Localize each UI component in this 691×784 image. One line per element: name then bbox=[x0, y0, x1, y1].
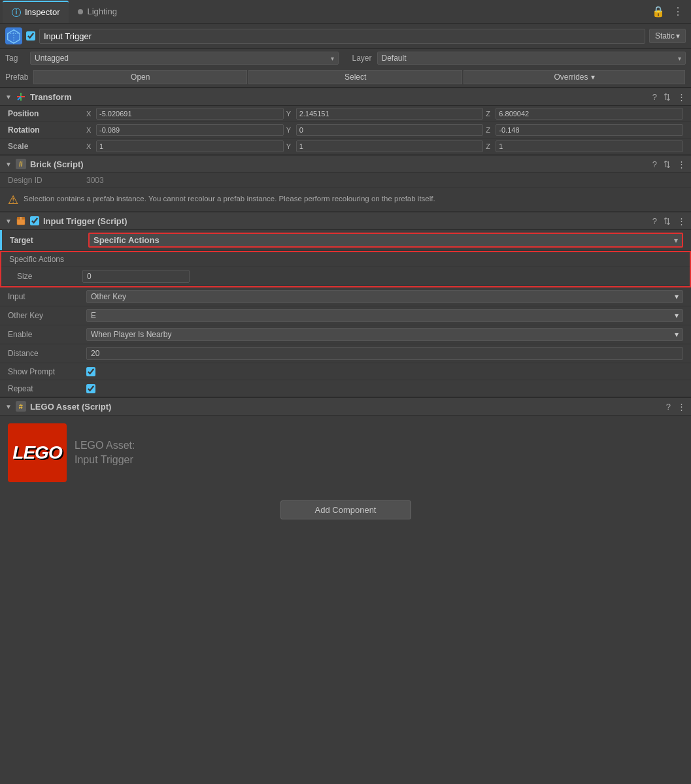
target-row: Target Specific Actions ▾ bbox=[0, 230, 691, 251]
scale-z-input[interactable] bbox=[496, 140, 683, 152]
rotation-y-label: Y bbox=[286, 126, 294, 134]
input-trigger-section-header[interactable]: ▼ Input Trigger (Script) ? ⇅ ⋮ bbox=[0, 212, 691, 230]
transform-properties: Position X Y Z Rotation bbox=[0, 106, 691, 155]
rotation-y-input[interactable] bbox=[296, 124, 484, 136]
position-y-label: Y bbox=[286, 110, 294, 118]
scale-label: Scale bbox=[8, 142, 86, 151]
layer-arrow-icon: ▾ bbox=[678, 55, 681, 62]
lego-asset-section-header[interactable]: ▼ # LEGO Asset (Script) ? ⋮ bbox=[0, 397, 691, 416]
prefab-label: Prefab bbox=[5, 73, 28, 82]
show-prompt-label: Show Prompt bbox=[8, 367, 86, 376]
lego-asset-more-icon[interactable]: ⋮ bbox=[677, 402, 686, 412]
scale-xyz-group: X Y Z bbox=[86, 140, 683, 152]
repeat-checkbox[interactable] bbox=[86, 384, 95, 393]
input-trigger-properties: Target Specific Actions ▾ Specific Actio… bbox=[0, 230, 691, 397]
scale-y-field: Y bbox=[286, 140, 484, 152]
layer-value: Default bbox=[382, 54, 407, 63]
lego-script-icon: # bbox=[16, 401, 26, 412]
specific-actions-dropdown[interactable]: Specific Actions ▾ bbox=[88, 233, 683, 248]
rotation-label: Rotation bbox=[8, 125, 86, 135]
target-label: Target bbox=[10, 236, 88, 245]
transform-help-icon[interactable]: ? bbox=[652, 92, 657, 102]
position-xyz-group: X Y Z bbox=[86, 108, 683, 120]
brick-script-collapse-icon: ▼ bbox=[5, 161, 12, 168]
enable-row: Enable When Player Is Nearby ▾ bbox=[0, 325, 691, 344]
position-z-input[interactable] bbox=[496, 108, 683, 120]
scale-y-input[interactable] bbox=[296, 140, 484, 152]
input-trigger-help-icon[interactable]: ? bbox=[652, 216, 657, 226]
distance-input[interactable] bbox=[86, 347, 683, 360]
design-id-row: Design ID 3003 bbox=[0, 173, 691, 188]
scale-x-input[interactable] bbox=[96, 140, 284, 152]
more-icon[interactable]: ⋮ bbox=[673, 5, 683, 18]
other-key-arrow-icon: ▾ bbox=[675, 311, 679, 320]
tag-dropdown[interactable]: Untagged ▾ bbox=[30, 52, 339, 65]
rotation-x-field: X bbox=[86, 124, 284, 136]
lego-logo-box: LEGO bbox=[8, 423, 67, 482]
brick-script-properties: Design ID 3003 ⚠ Selection contains a pr… bbox=[0, 173, 691, 212]
design-id-label: Design ID bbox=[8, 176, 86, 185]
transform-more-icon[interactable]: ⋮ bbox=[677, 92, 686, 102]
repeat-row: Repeat bbox=[0, 380, 691, 397]
input-trigger-more-icon[interactable]: ⋮ bbox=[677, 216, 686, 226]
rotation-x-label: X bbox=[86, 126, 94, 134]
rotation-row: Rotation X Y Z bbox=[0, 122, 691, 139]
position-x-label: X bbox=[86, 110, 94, 118]
prefab-overrides-button[interactable]: Overrides ▾ bbox=[463, 70, 685, 84]
rotation-x-input[interactable] bbox=[96, 124, 284, 136]
input-trigger-enabled-checkbox[interactable] bbox=[30, 216, 39, 225]
transform-settings-icon[interactable]: ⇅ bbox=[664, 92, 671, 102]
input-trigger-collapse-icon: ▼ bbox=[5, 218, 12, 225]
show-prompt-checkbox[interactable] bbox=[86, 367, 95, 376]
lego-asset-properties: LEGO LEGO Asset: Input Trigger bbox=[0, 416, 691, 490]
lock-icon[interactable]: 🔒 bbox=[652, 5, 665, 18]
tab-inspector[interactable]: i Inspector bbox=[3, 1, 69, 23]
lego-content: LEGO LEGO Asset: Input Trigger bbox=[0, 416, 691, 490]
transform-collapse-icon: ▼ bbox=[5, 93, 12, 101]
layer-dropdown[interactable]: Default ▾ bbox=[377, 52, 686, 65]
position-z-label: Z bbox=[486, 110, 494, 118]
position-x-input[interactable] bbox=[96, 108, 284, 120]
add-component-button[interactable]: Add Component bbox=[280, 500, 411, 519]
other-key-dropdown[interactable]: E ▾ bbox=[86, 309, 683, 322]
tag-value: Untagged bbox=[35, 54, 69, 63]
size-input[interactable] bbox=[82, 270, 190, 283]
tag-layer-row: Tag Untagged ▾ Layer Default ▾ bbox=[0, 49, 691, 67]
rotation-z-field: Z bbox=[486, 124, 683, 136]
object-enabled-checkbox[interactable] bbox=[26, 31, 35, 41]
add-component-row: Add Component bbox=[0, 490, 691, 530]
warning-text: Selection contains a prefab instance. Yo… bbox=[24, 193, 435, 204]
tab-lighting[interactable]: Lighting bbox=[69, 1, 126, 23]
enable-arrow-icon: ▾ bbox=[675, 330, 679, 339]
lego-asset-help-icon[interactable]: ? bbox=[666, 402, 671, 412]
target-container: Target Specific Actions ▾ bbox=[0, 230, 691, 251]
input-trigger-settings-icon[interactable]: ⇅ bbox=[664, 216, 671, 226]
warning-box: ⚠ Selection contains a prefab instance. … bbox=[0, 188, 691, 212]
scale-x-label: X bbox=[86, 142, 94, 150]
static-button[interactable]: Static ▾ bbox=[649, 29, 686, 43]
lego-asset-section-actions: ? ⋮ bbox=[666, 402, 686, 412]
position-y-field: Y bbox=[286, 108, 484, 120]
input-trigger-section-actions: ? ⇅ ⋮ bbox=[652, 216, 686, 226]
prefab-open-button[interactable]: Open bbox=[33, 70, 247, 84]
static-arrow-icon: ▾ bbox=[676, 31, 680, 41]
brick-script-more-icon[interactable]: ⋮ bbox=[677, 159, 686, 169]
brick-script-settings-icon[interactable]: ⇅ bbox=[664, 159, 671, 169]
rotation-z-input[interactable] bbox=[496, 124, 683, 136]
prefab-select-button[interactable]: Select bbox=[248, 70, 462, 84]
other-key-label: Other Key bbox=[8, 311, 86, 320]
info-icon: i bbox=[12, 8, 21, 17]
input-value: Other Key bbox=[91, 292, 126, 301]
transform-title: Transform bbox=[30, 92, 649, 102]
transform-section-header[interactable]: ▼ Transform ? ⇅ ⋮ bbox=[0, 88, 691, 106]
specific-actions-header: Specific Actions bbox=[1, 252, 690, 267]
tab-bar: i Inspector Lighting 🔒 ⋮ bbox=[0, 0, 691, 24]
object-name-input[interactable] bbox=[39, 29, 645, 44]
input-dropdown[interactable]: Other Key ▾ bbox=[86, 290, 683, 303]
rotation-xyz-group: X Y Z bbox=[86, 124, 683, 136]
specific-actions-value: Specific Actions bbox=[93, 235, 160, 245]
position-y-input[interactable] bbox=[296, 108, 484, 120]
brick-script-help-icon[interactable]: ? bbox=[652, 159, 657, 169]
brick-script-section-header[interactable]: ▼ # Brick (Script) ? ⇅ ⋮ bbox=[0, 155, 691, 173]
enable-dropdown[interactable]: When Player Is Nearby ▾ bbox=[86, 328, 683, 341]
